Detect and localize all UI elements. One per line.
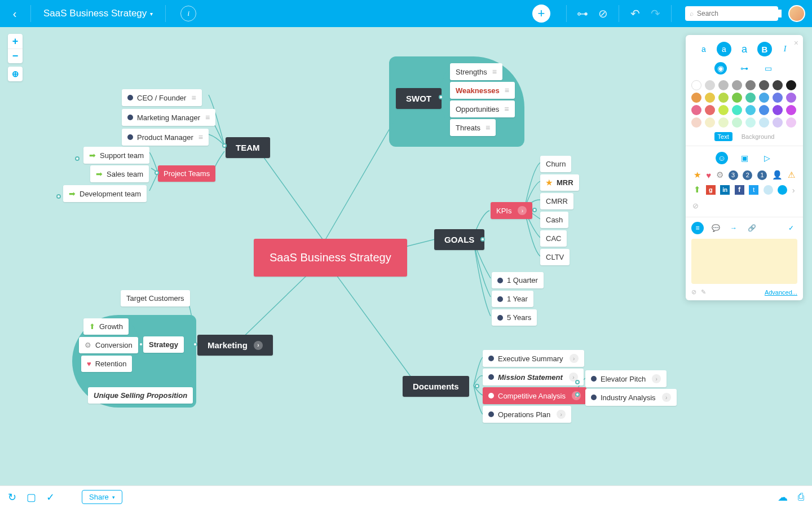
link-tool-button[interactable]: ⊶ bbox=[738, 62, 751, 75]
color-swatch[interactable] bbox=[691, 93, 701, 103]
color-swatch[interactable] bbox=[705, 93, 715, 103]
node-marketing-mgr[interactable]: Marketing Manager≡ bbox=[122, 109, 215, 126]
node-kpis[interactable]: KPIs› bbox=[491, 202, 532, 219]
cloud-download-button[interactable]: ☁ bbox=[778, 491, 788, 503]
undo-button[interactable]: ↶ bbox=[627, 6, 643, 21]
color-swatch[interactable] bbox=[732, 117, 742, 128]
shape-tool-button[interactable]: ▭ bbox=[762, 62, 774, 75]
node-product-mgr[interactable]: Product Manager≡ bbox=[122, 129, 209, 146]
node-dev-team[interactable]: ➡Development team bbox=[63, 185, 147, 202]
tab-background[interactable]: Background bbox=[742, 133, 775, 140]
color-swatch[interactable] bbox=[773, 93, 783, 103]
present-button[interactable]: ▢ bbox=[27, 491, 36, 503]
sticker-gplus[interactable]: g bbox=[706, 185, 716, 195]
node-strengths[interactable]: Strengths≡ bbox=[450, 63, 502, 80]
node-project-teams[interactable]: Project Teams bbox=[158, 165, 215, 182]
branch-marketing[interactable]: Marketing› bbox=[197, 335, 273, 356]
history-button[interactable]: ↻ bbox=[8, 491, 16, 503]
node-cash[interactable]: Cash bbox=[540, 212, 568, 228]
deny-icon[interactable]: ⊘ bbox=[595, 6, 611, 21]
color-swatch[interactable] bbox=[718, 117, 729, 128]
redo-button[interactable]: ↷ bbox=[647, 6, 663, 21]
color-swatch[interactable] bbox=[759, 80, 769, 90]
color-swatch[interactable] bbox=[705, 105, 715, 115]
color-swatch[interactable] bbox=[732, 93, 742, 103]
branch-team[interactable]: TEAM bbox=[226, 137, 270, 158]
color-swatch[interactable] bbox=[786, 80, 796, 90]
color-swatch[interactable] bbox=[745, 105, 756, 115]
node-mrr[interactable]: ★MRR bbox=[540, 174, 579, 191]
node-exec-summary[interactable]: Executive Summary› bbox=[483, 350, 584, 367]
node-churn[interactable]: Churn bbox=[540, 156, 571, 172]
add-node-button[interactable]: + bbox=[532, 5, 550, 23]
close-panel-button[interactable]: × bbox=[794, 38, 798, 47]
color-swatch[interactable] bbox=[773, 105, 783, 115]
node-cac[interactable]: CAC bbox=[540, 230, 567, 247]
node-industry[interactable]: Industry Analysis› bbox=[585, 389, 677, 406]
color-swatch[interactable] bbox=[691, 105, 701, 115]
font-size-small-button[interactable]: a bbox=[696, 42, 711, 56]
sticker-dot-light[interactable] bbox=[764, 185, 773, 195]
search-input[interactable] bbox=[697, 10, 782, 17]
color-swatch[interactable] bbox=[705, 80, 715, 90]
note-tab-list[interactable]: ≡ bbox=[691, 222, 704, 234]
node-conversion[interactable]: ⚙Conversion bbox=[79, 337, 138, 353]
color-swatch[interactable] bbox=[732, 80, 742, 90]
print-button[interactable]: ⎙ bbox=[798, 491, 804, 503]
branch-documents[interactable]: Documents bbox=[403, 376, 469, 397]
tab-text[interactable]: Text bbox=[714, 132, 732, 141]
font-size-medium-button[interactable]: a bbox=[717, 42, 731, 56]
note-tab-arrow[interactable]: → bbox=[727, 222, 740, 234]
color-swatch[interactable] bbox=[718, 105, 729, 115]
color-swatch[interactable] bbox=[759, 117, 769, 128]
info-button[interactable]: i bbox=[180, 6, 196, 21]
branch-goals[interactable]: GOALS bbox=[434, 229, 484, 250]
image-button[interactable]: ▣ bbox=[738, 152, 751, 164]
sticker-dot-blue[interactable] bbox=[778, 185, 787, 195]
node-opportunities[interactable]: Opportunities≡ bbox=[450, 100, 515, 117]
node-elevator[interactable]: Elevator Pitch› bbox=[585, 370, 667, 387]
menu-icon[interactable]: ≡ bbox=[505, 86, 509, 95]
color-swatch[interactable] bbox=[773, 80, 783, 90]
color-swatch[interactable] bbox=[773, 117, 783, 128]
share-button[interactable]: Share ▾ bbox=[82, 490, 122, 504]
italic-button[interactable]: I bbox=[778, 42, 792, 56]
map-title-dropdown[interactable]: SaaS Business Strategy ▾ bbox=[39, 8, 157, 19]
color-swatch[interactable] bbox=[705, 117, 715, 128]
menu-icon[interactable]: ≡ bbox=[504, 104, 509, 113]
color-swatch[interactable] bbox=[786, 117, 796, 128]
emoji-button[interactable]: ☺ bbox=[716, 152, 728, 164]
node-1y[interactable]: 1 Year bbox=[492, 291, 533, 307]
sticker-none[interactable]: ⊘ bbox=[692, 202, 699, 210]
node-5y[interactable]: 5 Years bbox=[492, 309, 537, 326]
font-size-large-button[interactable]: a bbox=[737, 42, 752, 56]
menu-icon[interactable]: ≡ bbox=[486, 123, 490, 132]
sticker-warning[interactable]: ⚠ bbox=[788, 170, 795, 180]
note-tab-comment[interactable]: 💬 bbox=[709, 222, 722, 234]
menu-icon[interactable]: ≡ bbox=[492, 67, 497, 76]
node-threats[interactable]: Threats≡ bbox=[450, 119, 496, 136]
bold-button[interactable]: B bbox=[757, 42, 772, 56]
relation-icon[interactable]: ⊶ bbox=[575, 6, 590, 21]
sticker-3[interactable]: 3 bbox=[729, 170, 738, 180]
search-box[interactable]: ⌕ bbox=[685, 6, 778, 21]
color-swatch[interactable] bbox=[745, 93, 756, 103]
sticker-linkedin[interactable]: in bbox=[720, 185, 730, 195]
sticker-gear[interactable]: ⚙ bbox=[716, 170, 723, 180]
footer-edit-icon[interactable]: ✎ bbox=[701, 288, 706, 296]
sticker-more[interactable]: › bbox=[792, 185, 795, 195]
fill-tool-button[interactable]: ◉ bbox=[714, 62, 727, 75]
node-mission[interactable]: Mission Statement› bbox=[483, 369, 584, 386]
central-topic[interactable]: SaaS Business Strategy bbox=[254, 239, 407, 277]
branch-swot[interactable]: SWOT bbox=[396, 88, 442, 109]
menu-icon[interactable]: ≡ bbox=[198, 133, 203, 142]
color-swatch[interactable] bbox=[745, 80, 756, 90]
color-swatch[interactable] bbox=[732, 105, 742, 115]
node-1q[interactable]: 1 Quarter bbox=[492, 272, 544, 288]
node-sales-team[interactable]: ➡Sales team bbox=[90, 165, 149, 182]
node-strategy[interactable]: Strategy bbox=[143, 336, 184, 353]
check-button[interactable]: ✓ bbox=[46, 491, 55, 503]
node-support-team[interactable]: ➡Support team bbox=[83, 147, 149, 164]
advanced-link[interactable]: Advanced... bbox=[765, 289, 797, 296]
color-swatch[interactable] bbox=[718, 93, 729, 103]
